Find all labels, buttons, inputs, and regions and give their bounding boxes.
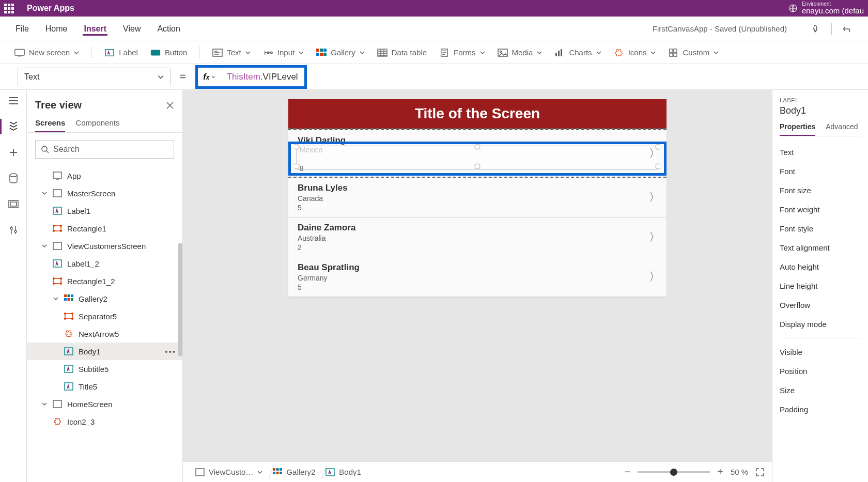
- menu-file[interactable]: File: [14, 22, 30, 36]
- menu-home[interactable]: Home: [44, 22, 69, 36]
- breadcrumb-item[interactable]: Gallery2: [268, 462, 320, 482]
- property-text-alignment[interactable]: Text alignment: [780, 238, 861, 257]
- input-button[interactable]: Input: [263, 48, 304, 57]
- property-display-mode[interactable]: Display mode: [780, 315, 861, 334]
- chevron-down-icon: [211, 75, 215, 79]
- forms-button[interactable]: Forms: [439, 48, 485, 57]
- custom-button[interactable]: Custom: [668, 48, 719, 57]
- tree-item-gallery2[interactable]: Gallery2: [27, 290, 182, 307]
- chevron-down-icon: [360, 50, 365, 55]
- menu-bar: FileHomeInsertViewAction FirstCanvasApp …: [0, 17, 868, 41]
- property-text[interactable]: Text: [780, 143, 861, 162]
- formula-input[interactable]: ThisItem.VIPLevel: [221, 68, 304, 86]
- close-icon[interactable]: [166, 101, 174, 110]
- tree-item-viewcustomersscreen[interactable]: ViewCustomersScreen: [27, 237, 182, 255]
- property-overflow[interactable]: Overflow: [780, 296, 861, 315]
- icons-button[interactable]: Icons: [614, 48, 656, 57]
- waffle-icon[interactable]: [4, 2, 17, 14]
- divider: [91, 46, 92, 59]
- scrollbar[interactable]: [178, 243, 182, 356]
- chevron-right-icon[interactable]: 〉: [649, 229, 660, 245]
- hamburger-icon[interactable]: [8, 95, 19, 106]
- property-line-height[interactable]: Line height: [780, 276, 861, 296]
- tree-item-label: Subtitle5: [79, 365, 109, 374]
- property-font-weight[interactable]: Font weight: [780, 200, 861, 219]
- environment-picker[interactable]: Environment enayu.com (defau: [788, 2, 864, 15]
- gallery-row[interactable]: Daine ZamoraAustralia2〉: [288, 217, 667, 257]
- tree-item-title5[interactable]: Title5: [27, 378, 182, 395]
- menu-action[interactable]: Action: [156, 22, 181, 36]
- button-label: Button: [165, 48, 187, 57]
- app-checker-icon[interactable]: [810, 23, 821, 35]
- svg-point-34: [53, 225, 55, 227]
- chevron-down-icon: [537, 50, 542, 55]
- data-table-button[interactable]: Data table: [377, 48, 427, 57]
- phone-canvas[interactable]: Title of the Screen Viki DarlingMexico8〉…: [288, 99, 667, 297]
- property-position[interactable]: Position: [780, 362, 861, 381]
- fit-screen-icon[interactable]: [755, 468, 765, 477]
- svg-rect-8: [320, 49, 323, 52]
- menu-insert[interactable]: Insert: [83, 22, 107, 36]
- button-button[interactable]: Button: [150, 48, 187, 57]
- tree-item-label1-2[interactable]: Label1_2: [27, 255, 182, 272]
- tab-properties[interactable]: Properties: [780, 122, 815, 136]
- search-input[interactable]: Search: [35, 140, 174, 159]
- more-icon[interactable]: •••: [165, 347, 176, 356]
- media-button[interactable]: Media: [498, 48, 542, 57]
- breadcrumb-label: Body1: [339, 468, 361, 476]
- advanced-tools-icon[interactable]: [8, 224, 19, 236]
- property-selector[interactable]: Text: [18, 68, 171, 86]
- gallery-row[interactable]: Viki DarlingMexico8〉: [288, 129, 667, 178]
- tree-item-nextarrow5[interactable]: NextArrow5: [27, 325, 182, 343]
- property-font-size[interactable]: Font size: [780, 181, 861, 200]
- tree-item-app[interactable]: App: [27, 167, 182, 184]
- chevron-right-icon[interactable]: 〉: [649, 190, 660, 205]
- new-screen-button[interactable]: New screen: [14, 48, 79, 57]
- tab-advanced[interactable]: Advanced: [826, 122, 858, 136]
- gallery-row[interactable]: Bruna LylesCanada5〉: [288, 178, 667, 217]
- chevron-down-icon: [41, 401, 48, 407]
- tree-item-label: Rectangle1: [67, 224, 106, 233]
- tree-item-rectangle1-2[interactable]: Rectangle1_2: [27, 272, 182, 290]
- property-font-style[interactable]: Font style: [780, 219, 861, 238]
- fx-button[interactable]: fx: [198, 68, 221, 86]
- insert-icon[interactable]: [8, 147, 19, 158]
- breadcrumb-item[interactable]: Body1: [320, 462, 366, 482]
- charts-button[interactable]: Charts: [554, 48, 601, 57]
- zoom-slider[interactable]: [638, 471, 710, 473]
- undo-icon[interactable]: [842, 23, 854, 35]
- tree-item-label: Gallery2: [79, 294, 107, 303]
- label-button[interactable]: Label: [104, 48, 138, 57]
- menu-view[interactable]: View: [122, 22, 142, 36]
- tree-item-masterscreen[interactable]: MasterScreen: [27, 184, 182, 202]
- globe-icon: [788, 4, 798, 13]
- gallery-row[interactable]: Beau SpratlingGermany5〉: [288, 257, 667, 297]
- media-rail-icon[interactable]: [8, 198, 19, 210]
- text-button[interactable]: Text: [212, 48, 251, 57]
- tab-components[interactable]: Components: [75, 118, 119, 132]
- tree-item-rectangle1[interactable]: Rectangle1: [27, 220, 182, 237]
- tree-item-icon2-3[interactable]: Icon2_3: [27, 413, 182, 430]
- tree-view-icon[interactable]: [8, 121, 19, 132]
- property-padding[interactable]: Padding: [780, 400, 861, 419]
- chevron-right-icon[interactable]: 〉: [649, 269, 660, 285]
- gallery-button[interactable]: Gallery: [316, 48, 365, 57]
- svg-point-63: [295, 164, 299, 169]
- formula-rest[interactable]: [313, 68, 859, 86]
- tree-item-homescreen[interactable]: HomeScreen: [27, 395, 182, 413]
- property-visible[interactable]: Visible: [780, 343, 861, 362]
- tree-item-body1[interactable]: Body1•••: [27, 343, 182, 360]
- breadcrumb-item[interactable]: ViewCusto…: [190, 462, 268, 482]
- tab-screens[interactable]: Screens: [35, 118, 65, 132]
- tree-item-separator5[interactable]: Separator5: [27, 307, 182, 325]
- zoom-in-button[interactable]: +: [717, 466, 723, 478]
- data-icon[interactable]: [8, 173, 19, 184]
- chevron-right-icon[interactable]: 〉: [649, 146, 660, 161]
- tree-item-label1[interactable]: Label1: [27, 202, 182, 220]
- property-auto-height[interactable]: Auto height: [780, 257, 861, 276]
- tree-item-subtitle5[interactable]: Subtitle5: [27, 360, 182, 378]
- zoom-out-button[interactable]: −: [624, 466, 630, 478]
- property-size[interactable]: Size: [780, 381, 861, 400]
- svg-rect-40: [54, 278, 61, 284]
- property-font[interactable]: Font: [780, 162, 861, 181]
